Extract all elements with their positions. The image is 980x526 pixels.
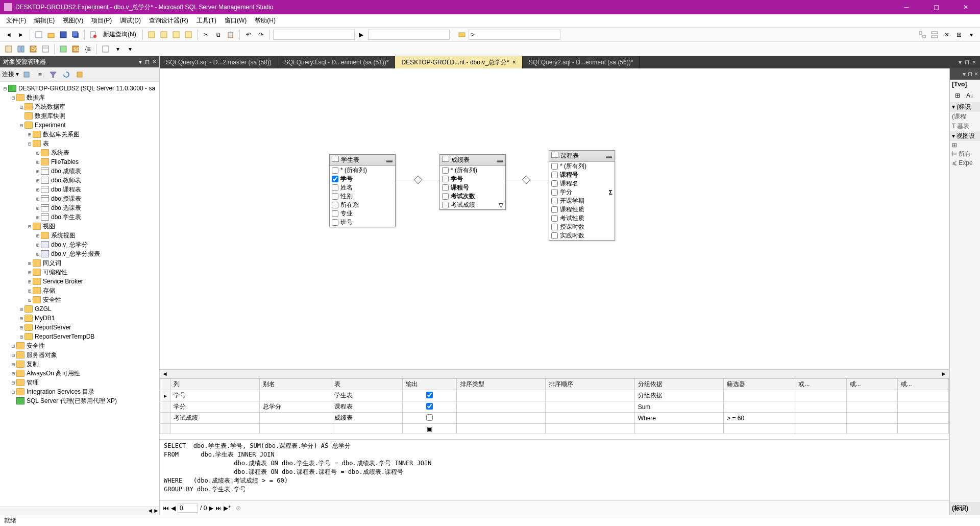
criteria-cell[interactable]: [897, 401, 948, 413]
tree-expand-icon[interactable]: ⊞: [27, 279, 33, 284]
criteria-cell[interactable]: [724, 424, 795, 434]
criteria-cell[interactable]: [795, 413, 846, 424]
document-tab[interactable]: SQLQuery3.sql - D...2.master (sa (58)): [160, 56, 278, 68]
criteria-cell[interactable]: [456, 413, 546, 424]
tree-table-xs[interactable]: ⊞dbo.学生表: [0, 212, 159, 222]
minimize-table-icon[interactable]: ▬: [496, 157, 503, 164]
criteria-row[interactable]: ▸学号学生表分组依据: [160, 390, 949, 401]
tree-server[interactable]: ⊟DESKTOP-GROLDS2 (SQL Server 11.0.3000 -…: [0, 84, 159, 93]
diagram-table-course[interactable]: 课程表▬ * (所有列)课程号课程名学分Σ开课学期课程性质考试性质授课时数实践时…: [549, 150, 615, 241]
diagram-column[interactable]: 实践时数: [549, 231, 615, 240]
tree-dbsnap[interactable]: 数据库快照: [0, 111, 159, 121]
criteria-cell[interactable]: [402, 401, 456, 413]
column-checkbox[interactable]: [551, 163, 558, 170]
tree-view-zxfbb[interactable]: ⊞dbo.v_总学分报表: [0, 249, 159, 258]
diagram-column[interactable]: 学号: [440, 175, 505, 183]
tree-repl[interactable]: ⊞复制: [0, 360, 159, 369]
criteria-header[interactable]: 别名: [259, 379, 331, 390]
prop-cat-button[interactable]: ⊞: [952, 90, 963, 101]
prop-pin-icon[interactable]: ⊓: [968, 70, 972, 78]
tb2-7[interactable]: {≡: [82, 43, 93, 55]
tree-expand-icon[interactable]: ⊟: [10, 95, 16, 101]
criteria-cell[interactable]: [546, 390, 635, 401]
tree-db-gzgl[interactable]: ⊞GZGL: [0, 304, 159, 314]
menu-window[interactable]: 窗口(W): [220, 15, 251, 27]
join-diamond-2[interactable]: [522, 176, 531, 184]
criteria-header[interactable]: 列: [170, 379, 260, 390]
minimize-table-icon[interactable]: ▬: [605, 153, 612, 160]
criteria-cell[interactable]: [897, 390, 948, 401]
tree-db-mydb[interactable]: ⊞MyDB1: [0, 314, 159, 323]
column-checkbox[interactable]: [551, 180, 558, 187]
nav-next-button[interactable]: ▶: [209, 505, 213, 512]
document-tab[interactable]: SQLQuery3.sql - D...eriment (sa (51))*: [278, 56, 396, 68]
tb2-3[interactable]: SQL: [28, 43, 39, 55]
tree-syn[interactable]: ⊞同义词: [0, 258, 159, 268]
diagram-column[interactable]: 考试次数: [440, 192, 505, 201]
criteria-row[interactable]: 学分总学分课程表Sum: [160, 401, 949, 413]
tb-btn-1[interactable]: [146, 29, 157, 40]
criteria-row-empty[interactable]: ▣: [160, 424, 949, 434]
tb2-9[interactable]: ▾: [112, 43, 124, 55]
column-checkbox[interactable]: [442, 167, 449, 174]
column-checkbox[interactable]: [332, 184, 338, 191]
column-checkbox[interactable]: [442, 184, 449, 191]
criteria-cell[interactable]: [546, 413, 635, 424]
criteria-cell[interactable]: 成绩表: [331, 413, 402, 424]
tree-expand-icon[interactable]: ⊞: [35, 214, 41, 220]
diagram-column[interactable]: 学分Σ: [549, 188, 615, 197]
tree-intsvc[interactable]: ⊞Integration Services 目录: [0, 387, 159, 396]
criteria-row-selector[interactable]: [160, 401, 170, 413]
tb-btn-2[interactable]: [158, 29, 169, 40]
tb2-8[interactable]: [100, 43, 111, 55]
prop-row[interactable]: (课程: [950, 112, 980, 122]
criteria-row-selector[interactable]: [160, 413, 170, 424]
saveall-button[interactable]: [70, 29, 81, 40]
tree-table-kc[interactable]: ⊞dbo.课程表: [0, 185, 159, 194]
diagram-column[interactable]: 考试性质: [549, 214, 615, 223]
tb2-4[interactable]: [40, 43, 51, 55]
diagram-column[interactable]: 学号: [330, 175, 395, 183]
tree-expand-icon[interactable]: ⊟: [27, 141, 33, 147]
copy-button[interactable]: ⧉: [213, 29, 224, 40]
tree-expand-icon[interactable]: ⊞: [10, 343, 16, 349]
gt-combo[interactable]: >: [469, 30, 560, 40]
tb-btn-4[interactable]: [183, 29, 194, 40]
criteria-cell[interactable]: [546, 401, 635, 413]
menu-tools[interactable]: 工具(T): [192, 15, 220, 27]
tree-security2[interactable]: ⊞安全性: [0, 341, 159, 350]
tb2-10[interactable]: ▾: [125, 43, 136, 55]
criteria-cell[interactable]: 课程表: [331, 401, 402, 413]
criteria-cell[interactable]: [897, 413, 948, 424]
tree-expand-icon[interactable]: ⊞: [27, 270, 33, 275]
criteria-cell[interactable]: [795, 401, 846, 413]
criteria-cell[interactable]: [897, 424, 948, 434]
tree-db-experiment[interactable]: ⊟Experiment: [0, 121, 159, 130]
criteria-cell[interactable]: [456, 424, 546, 434]
column-checkbox[interactable]: [332, 210, 338, 217]
oe-btn-5[interactable]: [74, 69, 85, 80]
criteria-header[interactable]: 分组依据: [634, 379, 724, 390]
criteria-header[interactable]: 筛选器: [724, 379, 795, 390]
output-checkbox[interactable]: [426, 403, 433, 410]
tb2-5[interactable]: [58, 43, 69, 55]
tree-expand-icon[interactable]: ⊞: [10, 389, 16, 395]
criteria-header[interactable]: 表: [331, 379, 402, 390]
document-tab[interactable]: DESKTOP-GROLD...nt - dbo.v_总学分*×: [395, 56, 522, 68]
diagram-column[interactable]: * (所有列): [549, 162, 615, 171]
tree-prog[interactable]: ⊞可编程性: [0, 268, 159, 277]
tree-sb[interactable]: ⊞Service Broker: [0, 277, 159, 286]
tree-expand-icon[interactable]: ⊞: [35, 159, 41, 165]
tree-expand-icon[interactable]: ⊞: [18, 104, 24, 110]
tree-expand-icon[interactable]: ⊞: [35, 251, 41, 257]
paste-button[interactable]: 📋: [225, 29, 236, 40]
tree-expand-icon[interactable]: ⊞: [35, 233, 41, 238]
prop-category-viewdesign[interactable]: ▾ 视图设: [950, 131, 980, 141]
tree-systables[interactable]: ⊞系统表: [0, 148, 159, 157]
tree-expand-icon[interactable]: ⊞: [18, 306, 24, 312]
scroll-left-icon[interactable]: ◄: [147, 507, 153, 515]
tree-expand-icon[interactable]: ⊞: [18, 316, 24, 321]
tree-expand-icon[interactable]: ⊞: [27, 297, 33, 303]
criteria-cell[interactable]: [259, 424, 331, 434]
diagram-column[interactable]: 开课学期: [549, 197, 615, 205]
